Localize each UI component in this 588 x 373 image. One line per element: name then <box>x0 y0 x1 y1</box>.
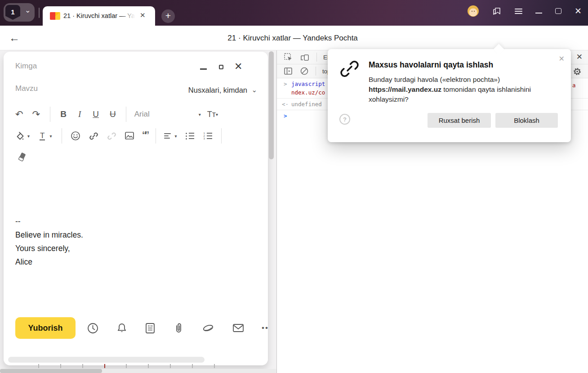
compose-close-icon[interactable]: ✕ <box>234 62 242 72</box>
numbered-list-icon[interactable]: 1 2 3 <box>203 133 212 139</box>
divider <box>126 107 126 122</box>
send-button[interactable]: Yuborish <box>15 317 76 339</box>
tab-counter-badge[interactable]: 1 <box>5 5 20 20</box>
divider <box>62 128 62 144</box>
strikethrough-button[interactable]: U <box>110 109 116 119</box>
fill-color-icon[interactable] <box>15 131 25 141</box>
to-field[interactable] <box>15 62 164 71</box>
column-tick <box>170 364 171 368</box>
dock-side-icon[interactable] <box>283 66 293 76</box>
compose-window: ✕ Nusxalari, kimdan ⌄ ↶ ↷ B I U U Arial … <box>4 52 268 365</box>
divider <box>316 67 316 76</box>
new-tab-button[interactable]: + <box>161 9 175 23</box>
compose-footer-icons: •• <box>87 317 269 339</box>
emoji-icon[interactable] <box>70 130 81 141</box>
panels-icon[interactable] <box>492 6 502 16</box>
divider <box>39 8 40 18</box>
column-tick <box>38 364 39 368</box>
console-input-line1-tail: a <box>572 81 576 90</box>
link-icon <box>338 57 361 81</box>
close-devtools-icon[interactable]: ✕ <box>576 52 583 62</box>
clear-console-icon[interactable] <box>299 66 309 76</box>
divider <box>50 107 50 122</box>
column-tick <box>192 364 193 368</box>
undo-icon[interactable]: ↶ <box>15 109 23 120</box>
caret-down-icon: ▾ <box>199 112 201 117</box>
blockquote-icon[interactable]: “” <box>142 132 147 139</box>
console-prompt-mark: > <box>284 112 287 120</box>
align-icon[interactable] <box>164 132 171 140</box>
page-background: ✕ Nusxalari, kimdan ⌄ ↶ ↷ B I U U Arial … <box>0 50 276 373</box>
attach-from-disk-icon[interactable] <box>201 322 215 334</box>
tab-title-fade <box>121 11 140 21</box>
browser-window: 1 ⌄ 21 · Kiruvchi xatlar — Ya ✕ + ✕ <box>0 0 588 373</box>
caret-down-icon[interactable]: ▾ <box>49 134 52 139</box>
chevron-down-icon[interactable]: ⌄ <box>25 6 31 14</box>
page-horizontal-scrollbar[interactable] <box>0 369 102 373</box>
bold-button[interactable]: B <box>60 109 67 119</box>
column-tick <box>214 364 215 368</box>
schedule-send-icon[interactable] <box>87 322 99 334</box>
italic-button[interactable]: I <box>78 109 81 119</box>
window-minimize-button[interactable] <box>535 13 542 13</box>
text-color-icon[interactable]: T <box>40 132 45 140</box>
tab-counter[interactable]: 1 ⌄ <box>4 3 35 22</box>
console-result-value: undefined <box>291 101 322 108</box>
signature-line: -- <box>15 215 83 228</box>
column-tick <box>148 364 149 368</box>
back-button[interactable]: ← <box>9 31 20 44</box>
device-toolbar-icon[interactable] <box>299 52 310 62</box>
redo-icon[interactable]: ↷ <box>32 109 40 120</box>
menu-icon[interactable] <box>515 7 522 15</box>
divider <box>221 128 222 144</box>
underline-button[interactable]: U <box>93 109 99 119</box>
compose-restore-button[interactable] <box>219 65 223 69</box>
active-tab[interactable]: 21 · Kiruvchi xatlar — Ya ✕ <box>43 6 155 26</box>
protocol-handler-dialog: ✕ Maxsus havolalarni qayta ishlash Bunda… <box>328 49 571 142</box>
caret-down-icon[interactable]: ▾ <box>174 134 177 139</box>
column-tick <box>82 364 83 368</box>
titlebar: 1 ⌄ 21 · Kiruvchi xatlar — Ya ✕ + ✕ <box>0 0 588 26</box>
settings-gear-icon[interactable] <box>573 67 582 76</box>
block-button[interactable]: Bloklash <box>495 113 558 128</box>
yandex-mail-icon <box>50 12 60 20</box>
caret-down-icon[interactable]: ▾ <box>27 134 30 139</box>
column-tick-red <box>104 364 105 368</box>
insert-link-icon[interactable] <box>89 131 99 141</box>
attach-from-mail-icon[interactable] <box>232 323 245 333</box>
column-tick <box>60 364 61 368</box>
dialog-close-icon[interactable]: ✕ <box>559 54 565 63</box>
tab-close-icon[interactable]: ✕ <box>140 11 146 19</box>
window-close-button[interactable]: ✕ <box>575 7 582 15</box>
template-icon[interactable] <box>145 322 156 334</box>
more-options-icon[interactable]: •• <box>262 324 269 333</box>
compose-horizontal-scrollbar[interactable] <box>8 357 205 363</box>
compose-minimize-button[interactable] <box>200 68 207 70</box>
attach-file-icon[interactable] <box>173 322 184 334</box>
subject-field[interactable] <box>15 84 164 93</box>
remove-link-icon[interactable] <box>107 131 117 141</box>
window-maximize-button[interactable] <box>555 8 561 14</box>
dialog-site: https://mail.yandex.uz <box>369 85 441 93</box>
format-toolbar-row2: ▾ T ▾ <box>4 126 255 146</box>
divider <box>316 53 317 62</box>
message-body-editor[interactable]: -- Believe in miracles. Yours sincerely,… <box>15 215 83 269</box>
signature-line: Alice <box>15 255 83 269</box>
cc-bcc-toggle[interactable]: Nusxalari, kimdan <box>188 86 247 94</box>
page-vertical-scrollbar[interactable] <box>269 51 274 159</box>
page-title: 21 · Kiruvchi xatlar — Yandeks Pochta <box>227 26 357 50</box>
chevron-down-icon: ⌄ <box>251 86 257 94</box>
signature-line: Believe in miracles. <box>15 228 83 242</box>
avatar[interactable] <box>468 5 479 17</box>
allow-button[interactable]: Ruxsat berish <box>428 113 491 128</box>
font-family-select[interactable]: Arial ▾ <box>134 110 201 119</box>
divider <box>156 128 156 144</box>
help-icon[interactable]: ? <box>339 114 350 125</box>
notification-bell-icon[interactable] <box>116 322 128 334</box>
font-size-select[interactable]: Tᴛ ▾ <box>207 110 218 119</box>
clear-formatting-icon[interactable] <box>17 152 27 162</box>
bullet-list-icon[interactable] <box>186 133 194 139</box>
caret-down-icon: ▾ <box>216 112 218 117</box>
insert-image-icon[interactable] <box>124 131 135 141</box>
inspect-element-icon[interactable] <box>283 52 293 62</box>
